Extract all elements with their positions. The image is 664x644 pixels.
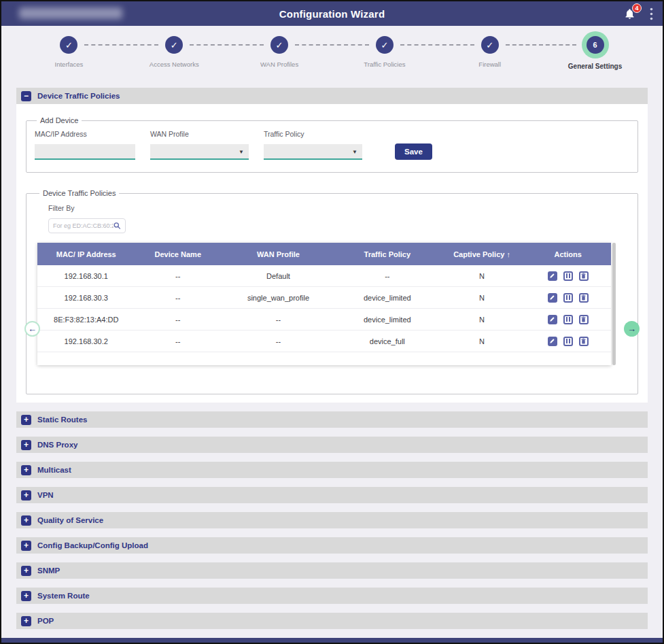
table-row: 192.168.30.2----device_fullN <box>37 331 611 352</box>
filter-input[interactable] <box>53 222 113 229</box>
expand-icon[interactable]: + <box>21 541 31 551</box>
mac-ip-input[interactable] <box>35 144 135 160</box>
accordion-system-route[interactable]: +System Route <box>16 588 648 604</box>
edit-action-button[interactable] <box>548 337 557 346</box>
stepper-step-wan-profiles[interactable]: ✓WAN Profiles <box>227 36 332 79</box>
pause-icon <box>569 317 570 322</box>
edit-pencil-icon <box>549 338 555 344</box>
step-label: Traffic Policies <box>364 61 405 68</box>
stepper-step-interfaces[interactable]: ✓Interfaces <box>16 36 122 79</box>
row-actions <box>525 337 611 346</box>
trash-icon <box>580 273 587 279</box>
step-label: Firewall <box>478 61 501 68</box>
top-app-bar: Configuration Wizard 4 <box>1 1 663 26</box>
table-row: 8E:F3:82:13:A4:DD----device_limitedN <box>37 309 611 331</box>
table-header-row: MAC/ IP AddressDevice NameWAN ProfileTra… <box>37 243 611 265</box>
accordion-quality-of-service[interactable]: +Quality of Service <box>16 512 648 528</box>
step-label: Access Networks <box>150 61 199 68</box>
mac-ip-label: MAC/IP Address <box>35 130 135 138</box>
cell-device-name: -- <box>135 316 221 324</box>
cell-device-name: -- <box>135 294 221 302</box>
expand-icon[interactable]: + <box>21 616 31 626</box>
next-page-button[interactable]: → <box>624 321 640 337</box>
cell-captive-policy: N <box>439 316 525 324</box>
accordion-label: Device Traffic Policies <box>37 92 120 100</box>
accordion-config-backup-config-upload[interactable]: +Config Backup/Config Upload <box>16 537 648 554</box>
accordion-pop[interactable]: +POP <box>16 613 648 629</box>
cell-device-name: -- <box>135 272 221 280</box>
accordion-dns-proxy[interactable]: +DNS Proxy <box>16 437 648 453</box>
column-header-wan-profile[interactable]: WAN Profile <box>221 250 336 258</box>
expand-icon[interactable]: + <box>21 591 31 601</box>
delete-action-button[interactable] <box>579 315 589 324</box>
pause-action-button[interactable] <box>563 337 573 346</box>
pause-icon <box>569 295 570 300</box>
edit-action-button[interactable] <box>548 293 557 303</box>
stepper-step-access-networks[interactable]: ✓Access Networks <box>122 36 227 79</box>
pause-action-button[interactable] <box>563 271 573 281</box>
collapse-icon[interactable]: − <box>21 91 31 101</box>
accordion-static-routes[interactable]: +Static Routes <box>16 411 648 428</box>
check-icon: ✓ <box>60 36 77 54</box>
cell-mac-ip: 8E:F3:82:13:A4:DD <box>37 316 135 324</box>
collapsed-accordion-list: +Static Routes+DNS Proxy+Multicast+VPN+Q… <box>1 411 663 629</box>
accordion-multicast[interactable]: +Multicast <box>16 462 648 478</box>
column-header-mac-ip-address[interactable]: MAC/ IP Address <box>37 250 135 258</box>
expand-icon[interactable]: + <box>21 566 31 576</box>
stepper-step-firewall[interactable]: ✓Firewall <box>437 36 542 79</box>
stepper-step-traffic-policies[interactable]: ✓Traffic Policies <box>332 36 437 79</box>
expand-icon[interactable]: + <box>21 490 31 501</box>
mac-ip-field: MAC/IP Address <box>35 130 135 160</box>
device-traffic-policies-legend: Device Traffic Policies <box>39 189 119 197</box>
accordion-device-traffic-policies[interactable]: − Device Traffic Policies <box>16 88 648 104</box>
check-icon: ✓ <box>376 36 394 54</box>
table-vertical-scrollbar[interactable] <box>612 243 616 365</box>
row-actions <box>525 271 611 281</box>
add-device-legend: Add Device <box>37 116 82 124</box>
wan-profile-label: WAN Profile <box>150 130 249 138</box>
kebab-menu-icon <box>650 7 653 20</box>
column-header-traffic-policy[interactable]: Traffic Policy <box>336 250 439 258</box>
expand-icon[interactable]: + <box>21 440 31 450</box>
wan-profile-field: WAN Profile ▼ <box>150 130 249 160</box>
expand-icon[interactable]: + <box>21 465 31 475</box>
check-icon: ✓ <box>165 36 183 54</box>
search-icon[interactable] <box>113 222 121 230</box>
delete-action-button[interactable] <box>579 271 589 281</box>
pause-action-button[interactable] <box>563 315 573 324</box>
kebab-menu-button[interactable] <box>650 7 653 20</box>
edit-action-button[interactable] <box>548 315 557 324</box>
notification-badge: 4 <box>632 3 642 13</box>
accordion-snmp[interactable]: +SNMP <box>16 562 648 579</box>
cell-mac-ip: 192.168.30.3 <box>37 294 135 302</box>
column-header-captive-policy[interactable]: Captive Policy ↑ <box>439 250 525 258</box>
table-body: 192.168.30.1--Default--N192.168.30.3--si… <box>37 265 611 352</box>
accordion-label: Quality of Service <box>37 516 103 524</box>
row-actions <box>525 293 611 303</box>
column-header-actions[interactable]: Actions <box>525 250 611 258</box>
expand-icon[interactable]: + <box>21 515 31 526</box>
save-button[interactable]: Save <box>395 143 432 160</box>
accordion-label: Multicast <box>37 466 71 474</box>
cell-traffic-policy: -- <box>336 272 439 280</box>
traffic-policy-select[interactable]: ▼ <box>264 144 362 160</box>
filter-by-label: Filter By <box>48 204 627 212</box>
accordion-label: Static Routes <box>37 416 88 424</box>
pause-action-button[interactable] <box>563 293 573 303</box>
notification-bell-button[interactable]: 4 <box>624 7 636 20</box>
previous-page-button[interactable]: ← <box>24 321 40 337</box>
filter-block: Filter By <box>48 204 627 233</box>
expand-icon[interactable]: + <box>21 415 31 425</box>
pause-icon <box>566 295 567 300</box>
delete-action-button[interactable] <box>579 337 589 346</box>
trash-icon <box>580 338 587 345</box>
cell-mac-ip: 192.168.30.1 <box>37 272 135 280</box>
device-table: MAC/ IP AddressDevice NameWAN ProfileTra… <box>37 243 611 365</box>
delete-action-button[interactable] <box>579 293 589 303</box>
accordion-vpn[interactable]: +VPN <box>16 487 648 503</box>
wan-profile-select[interactable]: ▼ <box>150 144 249 160</box>
accordion-label: System Route <box>37 592 90 600</box>
stepper-step-general-settings[interactable]: 6General Settings <box>542 36 648 79</box>
edit-action-button[interactable] <box>548 271 557 281</box>
column-header-device-name[interactable]: Device Name <box>135 250 221 258</box>
